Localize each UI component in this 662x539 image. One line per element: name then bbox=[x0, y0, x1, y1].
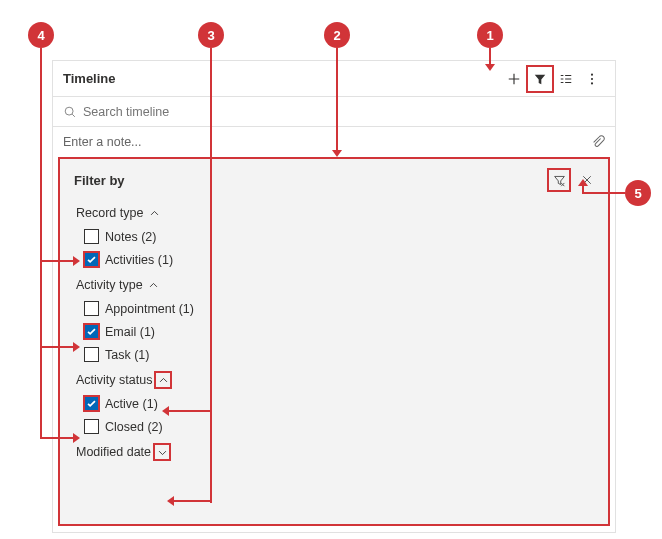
arrow-3h1 bbox=[167, 410, 212, 412]
note-placeholder: Enter a note... bbox=[63, 135, 591, 149]
arrow-4h2-head bbox=[73, 342, 80, 352]
option-label: Active (1) bbox=[105, 397, 158, 411]
option-label: Appointment (1) bbox=[105, 302, 194, 316]
svg-point-0 bbox=[591, 73, 593, 75]
option-label: Notes (2) bbox=[105, 230, 156, 244]
filter-option[interactable]: Email (1) bbox=[84, 324, 608, 339]
option-label: Activities (1) bbox=[105, 253, 173, 267]
more-icon[interactable] bbox=[579, 66, 605, 92]
chevron-down-icon[interactable] bbox=[154, 444, 170, 460]
chevron-up-icon[interactable] bbox=[146, 277, 162, 293]
filter-option[interactable]: Task (1) bbox=[84, 347, 608, 362]
svg-point-3 bbox=[65, 107, 73, 115]
arrow-4h2 bbox=[40, 346, 75, 348]
arrow-4h1 bbox=[40, 260, 75, 262]
option-label: Task (1) bbox=[105, 348, 149, 362]
group-label: Record type bbox=[76, 206, 143, 220]
svg-point-2 bbox=[591, 82, 593, 84]
chevron-up-icon[interactable] bbox=[146, 205, 162, 221]
arrow-4h3 bbox=[40, 437, 75, 439]
add-icon[interactable] bbox=[501, 66, 527, 92]
card-title: Timeline bbox=[63, 71, 116, 86]
group-label: Activity status bbox=[76, 373, 152, 387]
arrow-4v bbox=[40, 48, 42, 439]
filter-group: Activity statusActive (1)Closed (2) bbox=[76, 372, 608, 434]
timeline-card: Timeline Enter a note... Filter by Recor… bbox=[52, 60, 616, 533]
arrow-2-head bbox=[332, 150, 342, 157]
group-header[interactable]: Activity type bbox=[76, 277, 608, 293]
attach-icon[interactable] bbox=[591, 135, 605, 149]
filter-option[interactable]: Notes (2) bbox=[84, 229, 608, 244]
panel-title: Filter by bbox=[74, 173, 125, 188]
callout-4: 4 bbox=[28, 22, 54, 48]
panel-header: Filter by bbox=[60, 159, 608, 195]
search-row[interactable] bbox=[53, 97, 615, 127]
search-input[interactable] bbox=[83, 105, 605, 119]
arrow-3h2 bbox=[172, 500, 212, 502]
arrow-3h2-head bbox=[167, 496, 174, 506]
card-header: Timeline bbox=[53, 61, 615, 97]
arrow-1-head bbox=[485, 64, 495, 71]
search-icon bbox=[63, 105, 77, 119]
group-header[interactable]: Activity status bbox=[76, 372, 608, 388]
checkbox[interactable] bbox=[84, 324, 99, 339]
checkbox[interactable] bbox=[84, 301, 99, 316]
chevron-up-icon[interactable] bbox=[155, 372, 171, 388]
option-label: Email (1) bbox=[105, 325, 155, 339]
checkbox[interactable] bbox=[84, 396, 99, 411]
checkbox[interactable] bbox=[84, 419, 99, 434]
callout-5: 5 bbox=[625, 180, 651, 206]
filter-panel: Filter by Record typeNotes (2)Activities… bbox=[58, 157, 610, 526]
checkbox[interactable] bbox=[84, 229, 99, 244]
arrow-5-head bbox=[578, 179, 588, 186]
arrow-3v bbox=[210, 48, 212, 503]
arrow-4h3-head bbox=[73, 433, 80, 443]
option-label: Closed (2) bbox=[105, 420, 163, 434]
arrow-3h1-head bbox=[162, 406, 169, 416]
callout-3: 3 bbox=[198, 22, 224, 48]
arrow-2 bbox=[336, 48, 338, 152]
filter-option[interactable]: Appointment (1) bbox=[84, 301, 608, 316]
filter-group: Modified date bbox=[76, 444, 608, 460]
checkbox[interactable] bbox=[84, 252, 99, 267]
group-label: Modified date bbox=[76, 445, 151, 459]
filter-option[interactable]: Activities (1) bbox=[84, 252, 608, 267]
arrow-4h1-head bbox=[73, 256, 80, 266]
filter-option[interactable]: Closed (2) bbox=[84, 419, 608, 434]
arrow-5h bbox=[582, 192, 625, 194]
svg-point-1 bbox=[591, 77, 593, 79]
callout-2: 2 bbox=[324, 22, 350, 48]
callout-1: 1 bbox=[477, 22, 503, 48]
group-label: Activity type bbox=[76, 278, 143, 292]
filter-group: Activity typeAppointment (1)Email (1)Tas… bbox=[76, 277, 608, 362]
group-header[interactable]: Record type bbox=[76, 205, 608, 221]
clear-filter-icon[interactable] bbox=[548, 169, 570, 191]
group-header[interactable]: Modified date bbox=[76, 444, 608, 460]
filter-group: Record typeNotes (2)Activities (1) bbox=[76, 205, 608, 267]
checkbox[interactable] bbox=[84, 347, 99, 362]
filter-icon[interactable] bbox=[527, 66, 553, 92]
expand-icon[interactable] bbox=[553, 66, 579, 92]
